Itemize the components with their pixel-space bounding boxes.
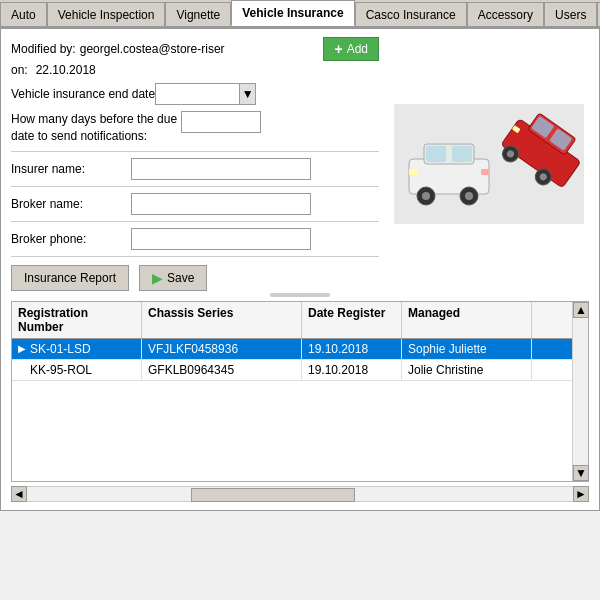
cell-date-1: 19.10.2018: [302, 339, 402, 359]
table-header: Registration Number Chassis Series Date …: [12, 302, 572, 339]
scroll-down-icon: ▼: [575, 466, 587, 480]
scroll-right-button[interactable]: ►: [573, 486, 589, 502]
scroll-track[interactable]: [27, 486, 573, 502]
modified-by-label: Modified by:: [11, 42, 76, 56]
table-section: Registration Number Chassis Series Date …: [11, 301, 589, 482]
resize-handle: [11, 293, 589, 297]
add-button[interactable]: + Add: [323, 37, 379, 61]
tab-vehicle-inspection[interactable]: Vehicle Inspection: [47, 2, 166, 26]
on-value: 22.10.2018: [36, 63, 96, 77]
insurer-name-label: Insurer name:: [11, 162, 131, 176]
buttons-row: Insurance Report ▶ Save: [11, 265, 379, 291]
scroll-left-icon: ◄: [13, 487, 25, 501]
tab-bar: Auto Vehicle Inspection Vignette Vehicle…: [0, 0, 600, 28]
broker-phone-row: Broker phone: 1: [11, 228, 379, 250]
modified-by-value: georgel.costea@store-riser: [80, 42, 320, 56]
tab-users[interactable]: Users: [544, 2, 597, 26]
scroll-thumb[interactable]: [191, 488, 355, 502]
table-row[interactable]: ▶ SK-01-LSD VFJLKF0458936 19.10.2018 Sop…: [12, 339, 572, 360]
modified-by-row: Modified by: georgel.costea@store-riser …: [11, 37, 379, 61]
scroll-up-button[interactable]: ▲: [573, 302, 589, 318]
cell-reg-2: ▶ KK-95-ROL: [12, 360, 142, 380]
form-area: Modified by: georgel.costea@store-riser …: [11, 37, 589, 291]
insurance-end-date-row: Vehicle insurance end date 01.10.2018 ▼: [11, 83, 379, 105]
days-before-row: How many days before the due date to sen…: [11, 111, 379, 145]
section-divider-4: [11, 256, 379, 257]
days-before-label-text: How many days before the due date to sen…: [11, 112, 177, 143]
svg-point-8: [465, 192, 473, 200]
add-label: Add: [347, 42, 368, 56]
days-before-input[interactable]: 1: [181, 111, 261, 133]
insurance-end-date-field: 01.10.2018 ▼: [155, 83, 256, 105]
insurance-end-date-label: Vehicle insurance end date: [11, 87, 155, 101]
save-icon: ▶: [152, 270, 163, 286]
scroll-right-icon: ►: [575, 487, 587, 501]
tab-casco-insurance[interactable]: Casco Insurance: [355, 2, 467, 26]
col-header-managed: Managed: [402, 302, 532, 338]
svg-rect-10: [481, 169, 489, 175]
table-row[interactable]: ▶ KK-95-ROL GFKLB0964345 19.10.2018 Joli…: [12, 360, 572, 381]
dropdown-icon: ▼: [242, 87, 254, 101]
on-row: on: 22.10.2018: [11, 63, 379, 77]
cell-managed-2: Jolie Christine: [402, 360, 532, 380]
scroll-left-button[interactable]: ◄: [11, 486, 27, 502]
cell-reg-1: ▶ SK-01-LSD: [12, 339, 142, 359]
tab-vehicle-insurance[interactable]: Vehicle Insurance: [231, 0, 354, 26]
insurer-name-row: Insurer name: 1: [11, 158, 379, 180]
save-button[interactable]: ▶ Save: [139, 265, 207, 291]
broker-phone-label: Broker phone:: [11, 232, 131, 246]
table-vertical-scrollbar[interactable]: ▲ ▼: [572, 302, 588, 481]
broker-name-row: Broker name: 1: [11, 193, 379, 215]
scroll-vert-track[interactable]: [573, 318, 588, 465]
broker-name-input[interactable]: 1: [131, 193, 311, 215]
section-divider-3: [11, 221, 379, 222]
col-header-date: Date Register: [302, 302, 402, 338]
table-inner: Registration Number Chassis Series Date …: [12, 302, 588, 481]
date-dropdown-btn[interactable]: ▼: [240, 83, 256, 105]
scroll-down-button[interactable]: ▼: [573, 465, 589, 481]
car-illustration: [394, 104, 584, 224]
section-divider-1: [11, 151, 379, 152]
tab-vignette[interactable]: Vignette: [165, 2, 231, 26]
row-indicator-1: ▶: [18, 343, 26, 354]
main-content: Modified by: georgel.costea@store-riser …: [0, 28, 600, 511]
svg-rect-4: [452, 146, 472, 162]
cell-chassis-2: GFKLB0964345: [142, 360, 302, 380]
add-icon: +: [334, 41, 342, 57]
car-image-area: [389, 37, 589, 291]
tab-auto[interactable]: Auto: [0, 2, 47, 26]
cell-managed-1: Sophie Juliette: [402, 339, 532, 359]
days-before-label: How many days before the due date to sen…: [11, 111, 181, 145]
section-divider-2: [11, 186, 379, 187]
broker-phone-input[interactable]: 1: [131, 228, 311, 250]
empty-rows-area: [12, 381, 572, 481]
svg-point-6: [422, 192, 430, 200]
on-label: on:: [11, 63, 28, 77]
table-body: ▶ SK-01-LSD VFJLKF0458936 19.10.2018 Sop…: [12, 339, 572, 481]
cell-chassis-1: VFJLKF0458936: [142, 339, 302, 359]
save-label: Save: [167, 271, 194, 285]
insurance-report-button[interactable]: Insurance Report: [11, 265, 129, 291]
col-header-registration: Registration Number: [12, 302, 142, 338]
cell-date-2: 19.10.2018: [302, 360, 402, 380]
tab-accessory[interactable]: Accessory: [467, 2, 544, 26]
form-left: Modified by: georgel.costea@store-riser …: [11, 37, 379, 291]
horizontal-scrollbar[interactable]: ◄ ►: [11, 486, 589, 502]
insurance-end-date-input[interactable]: 01.10.2018: [155, 83, 240, 105]
col-header-chassis: Chassis Series: [142, 302, 302, 338]
svg-rect-3: [426, 146, 446, 162]
insurer-name-input[interactable]: 1: [131, 158, 311, 180]
broker-name-label: Broker name:: [11, 197, 131, 211]
svg-rect-9: [409, 169, 417, 175]
scroll-up-icon: ▲: [575, 303, 587, 317]
